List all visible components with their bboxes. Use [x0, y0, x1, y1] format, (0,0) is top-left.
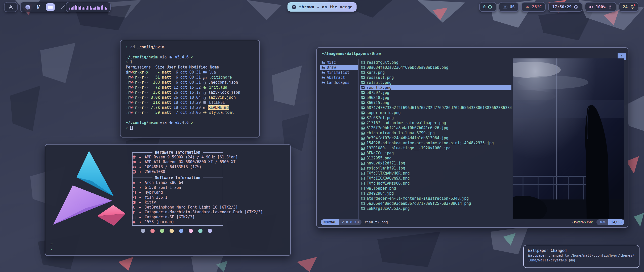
- moon-icon: [169, 121, 173, 124]
- file-row[interactable]: 596848.jpg: [360, 95, 511, 100]
- terminal-icon: [132, 200, 139, 204]
- vim-icon[interactable]: V: [35, 4, 41, 10]
- file-row[interactable]: 3126f7e9bbf21a8a4af0b67b041c6e26.jpg: [360, 125, 511, 130]
- file-row[interactable]: FXfcHgcWIAMzs0G.png: [360, 181, 511, 186]
- file-row[interactable]: 87r687df.png: [360, 115, 511, 120]
- fetch-info-row: →kitty: [132, 200, 289, 205]
- fetch-prompt-path: ~: [50, 242, 53, 246]
- keyboard-layout-module[interactable]: US: [499, 2, 518, 12]
- pane-divider: [512, 59, 512, 220]
- image-icon: [361, 187, 365, 190]
- image-icon: [361, 106, 365, 110]
- file-row[interactable]: 866715.png: [360, 100, 511, 105]
- file-row[interactable]: result2.png: [360, 85, 511, 90]
- visualizer-bar: [99, 7, 100, 10]
- visualizer-bar: [104, 6, 104, 10]
- now-playing-label: thrown - on the verge: [299, 5, 353, 9]
- file-row[interactable]: chica-mirando-la-luna-8799.jpg: [360, 130, 511, 135]
- position-chip: 36% 14/38: [596, 219, 624, 225]
- visualizer-bar: [106, 8, 107, 10]
- sidebar-item-minimalist[interactable]: Minimalist: [320, 70, 358, 75]
- folder-icon: [203, 70, 207, 74]
- app-launcher-button[interactable]: [4, 2, 18, 12]
- terminal-body[interactable]: › cd .config/nvim~/.config/nvim via v5.4…: [126, 45, 254, 130]
- box-line-right: [223, 152, 223, 225]
- parent-directory-pane: MiscDrawMinimalistAbstractLandscapes: [320, 60, 358, 85]
- software-section-header: Software Information: [132, 176, 223, 181]
- software-rows: →Arch Linux x86_64→6.5.8-zen1-1-zen→Hypr…: [132, 180, 289, 225]
- image-icon: [361, 71, 365, 75]
- arch-logo-icon: [8, 4, 14, 10]
- file-row[interactable]: wallpaper.png: [360, 186, 511, 191]
- selected-filename: result2.png: [365, 220, 388, 224]
- file-row[interactable]: FXfcII0X0AQyn9X.png: [360, 176, 511, 181]
- image-icon: [361, 116, 365, 120]
- palette-dot: [160, 229, 164, 233]
- fetch-info-row: A→JetBrainsMono Nerd Font Light 10 [GTK2…: [132, 205, 289, 210]
- file-row[interactable]: 08a634fa02a32364f69ebc86a98eb1eb.png: [360, 65, 511, 70]
- sidebar-item-landscapes[interactable]: Landscapes: [320, 80, 358, 85]
- palette-dot: [141, 229, 145, 233]
- image-icon: [361, 156, 365, 160]
- file-row[interactable]: 154928-odinokoe_anime-art-anime-okno-sin…: [360, 141, 511, 146]
- visualizer-bar: [71, 8, 71, 10]
- text-cursor[interactable]: [130, 126, 133, 130]
- book-icon: [203, 100, 207, 104]
- fetch-window: Hardware Information →AMD Ryzen 9 5900X …: [45, 144, 291, 256]
- visualizer-bar: [86, 8, 87, 10]
- file-row[interactable]: 20492984.jpg: [360, 191, 511, 196]
- file-row[interactable]: FXfcJlTXgAMvH6R.png: [360, 171, 511, 176]
- fetch-info-row: →1558 (pacman): [132, 220, 289, 225]
- file-row[interactable]: resssult.png: [360, 75, 511, 80]
- file-row[interactable]: rsjqojlmjhf91.jpg: [360, 166, 511, 171]
- fetch-info-row: →10948MiB / 64183MiB (17%): [132, 165, 289, 170]
- file-row[interactable]: super-mario.png: [360, 110, 511, 115]
- keyboard-icon: [503, 5, 507, 9]
- audio-module[interactable]: 100%: [585, 2, 616, 12]
- weather-module[interactable]: 26°C: [521, 2, 546, 12]
- file-row[interactable]: re1sult.png: [360, 80, 511, 85]
- fetch-info-row: →Catppuccin-SE [GTK2/3]: [132, 215, 289, 220]
- file-row[interactable]: 217167-sad-anime-rain-wallpaper.png: [360, 120, 511, 125]
- sidebar-item-draw[interactable]: Draw: [320, 65, 358, 70]
- file-row[interactable]: 587597.jpg: [360, 90, 511, 95]
- file-row[interactable]: 19201080-__blue-tinge__-1920×1080.jpg: [360, 146, 511, 151]
- file-row[interactable]: 0c794faf07de24a4db4d4fb1eb813964.jpg: [360, 135, 511, 141]
- tux-icon: [132, 186, 139, 190]
- audio-visualizer-widget[interactable]: [66, 2, 111, 12]
- file-row[interactable]: 68747470733a2f2f696d616765732d7769786d70…: [360, 105, 511, 110]
- media-player-widget[interactable]: thrown - on the verge: [288, 2, 357, 12]
- rainbow-icon: [525, 5, 530, 9]
- palette-dot: [179, 229, 183, 233]
- file-row[interactable]: kurz.png: [360, 70, 511, 75]
- visualizer-bar: [78, 6, 78, 10]
- file-row[interactable]: atardecer-en-la-montanas-ilustracion-634…: [360, 196, 511, 201]
- file-manager-dock-icon[interactable]: [46, 3, 55, 11]
- file-entry-row: .rw-r--r-- 3,0k matt 26 oct 10:04 {} laz…: [126, 95, 254, 100]
- github-notifications-module[interactable]: 0: [479, 2, 497, 12]
- hardware-section-header: Hardware Information: [132, 150, 223, 155]
- sidebar-item-misc[interactable]: Misc: [320, 60, 358, 65]
- file-row[interactable]: EeNKYgIUcAAJ5JX.png: [360, 206, 511, 211]
- clock-module[interactable]: 17:50:29: [548, 2, 582, 12]
- visualizer-bar: [75, 5, 76, 10]
- image-icon: [361, 166, 365, 170]
- file-row[interactable]: 8FKa7Cu.jpeg: [360, 151, 511, 156]
- display-icon: [132, 170, 139, 174]
- sidebar-item-abstract[interactable]: Abstract: [320, 75, 358, 80]
- notification-toast[interactable]: Wallpaper Changed Wallpaper changed to /…: [523, 245, 639, 268]
- visualizer-bar: [95, 7, 96, 10]
- fetch-info-row: →AMD Ryzen 9 5900X (24) @ 4.9GHz [61.3°o…: [132, 155, 289, 160]
- file-row[interactable]: 3122955.png: [360, 156, 511, 161]
- file-row[interactable]: 5a266e448add93deab367d87173e9f25-6837886…: [360, 201, 511, 206]
- tray-notifications-module[interactable]: 24: [619, 2, 638, 12]
- visualizer-bar: [83, 7, 84, 10]
- palette-dot: [170, 229, 174, 233]
- file-row[interactable]: ressdfgult.png: [360, 60, 511, 65]
- brush-icon[interactable]: [59, 4, 65, 10]
- firefox-icon[interactable]: [25, 4, 31, 10]
- file-row[interactable]: nnvuv0xj2df71.jpg: [360, 161, 511, 166]
- visualizer-bar: [97, 6, 97, 10]
- fetch-prompt-symbol[interactable]: ›: [50, 247, 53, 252]
- image-icon: [361, 177, 365, 180]
